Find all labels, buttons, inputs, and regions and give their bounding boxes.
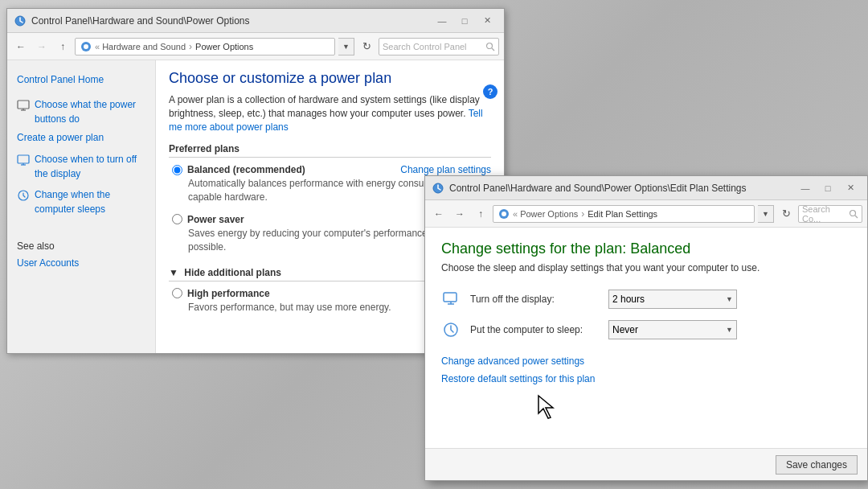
svg-point-14 bbox=[502, 212, 506, 216]
address-bar-2: ← → ↑ « Power Options › Edit Plan Settin… bbox=[425, 200, 867, 228]
w2-subtitle: Choose the sleep and display settings th… bbox=[441, 262, 851, 273]
forward-button-2[interactable]: → bbox=[451, 205, 469, 223]
search-box-1[interactable]: Search Control Panel bbox=[379, 38, 499, 55]
minimize-button-1[interactable]: — bbox=[432, 13, 452, 29]
title-bar-2: Control Panel\Hardware and Sound\Power O… bbox=[425, 176, 867, 200]
search-box-2[interactable]: Search Co... bbox=[798, 205, 862, 223]
close-button-1[interactable]: ✕ bbox=[477, 13, 497, 29]
svg-rect-17 bbox=[444, 293, 457, 302]
content-area-2: Change settings for the plan: Balanced C… bbox=[425, 228, 867, 480]
save-changes-button[interactable]: Save changes bbox=[776, 455, 858, 475]
sidebar-sleep-link[interactable]: Change when the computer sleeps bbox=[35, 187, 145, 216]
up-button-2[interactable]: ↑ bbox=[472, 205, 489, 223]
hide-icon: ▼ bbox=[169, 267, 178, 278]
sidebar-display-link[interactable]: Choose what the power buttons do bbox=[35, 97, 145, 126]
minimize-button-2[interactable]: — bbox=[795, 180, 816, 196]
svg-point-3 bbox=[487, 43, 493, 48]
address-path-1[interactable]: « Hardware and Sound › Power Options bbox=[75, 38, 335, 55]
description-1: A power plan is a collection of hardware… bbox=[169, 93, 491, 134]
plan-balanced-left: Balanced (recommended) bbox=[172, 164, 305, 175]
svg-point-2 bbox=[84, 44, 88, 49]
display-setting-label: Turn off the display: bbox=[470, 294, 599, 305]
display-select-arrow: ▼ bbox=[726, 295, 733, 303]
back-button-2[interactable]: ← bbox=[430, 205, 448, 223]
window-title-1: Control Panel\Hardware and Sound\Power O… bbox=[31, 15, 432, 27]
maximize-button-2[interactable]: □ bbox=[817, 180, 838, 196]
plan-powersaver-left: Power saver bbox=[172, 214, 244, 225]
display-setting-icon bbox=[441, 290, 461, 309]
w2-links: Change advanced power settings Restore d… bbox=[441, 355, 851, 384]
sidebar-item-turnoff[interactable]: Choose when to turn off the display bbox=[7, 150, 155, 183]
display-setting-select[interactable]: 2 hours ▼ bbox=[608, 290, 737, 309]
svg-rect-5 bbox=[18, 101, 29, 109]
address-path-2[interactable]: « Power Options › Edit Plan Settings bbox=[493, 205, 755, 223]
plan-balanced-row: Balanced (recommended) Change plan setti… bbox=[172, 164, 491, 175]
window-controls-2: — □ ✕ bbox=[795, 180, 861, 196]
title-bar-1: Control Panel\Hardware and Sound\Power O… bbox=[7, 9, 504, 33]
user-accounts-link[interactable]: User Accounts bbox=[7, 253, 155, 273]
window-controls-1: — □ ✕ bbox=[432, 13, 497, 29]
address-bar-1: ← → ↑ « Hardware and Sound › Power Optio… bbox=[7, 33, 504, 60]
plan-powersaver-radio[interactable] bbox=[172, 214, 182, 224]
window-title-2: Control Panel\Hardware and Sound\Power O… bbox=[449, 183, 795, 194]
up-button-1[interactable]: ↑ bbox=[54, 38, 72, 55]
sidebar-create-plan[interactable]: Create a power plan bbox=[7, 128, 155, 147]
plan-balanced-radio[interactable] bbox=[172, 165, 182, 175]
monitor-icon bbox=[17, 154, 30, 166]
sleep-icon bbox=[17, 189, 30, 202]
svg-point-15 bbox=[850, 210, 856, 216]
setting-display: Turn off the display: 2 hours ▼ bbox=[441, 290, 851, 309]
window-icon-2 bbox=[432, 182, 444, 195]
page-title-1: Choose or customize a power plan bbox=[169, 70, 491, 87]
window-icon-1 bbox=[14, 14, 27, 27]
sidebar-item-sleep[interactable]: Change when the computer sleeps bbox=[7, 186, 155, 218]
refresh-button-2[interactable]: ↻ bbox=[777, 205, 795, 223]
help-button-1[interactable]: ? bbox=[483, 84, 497, 99]
sleep-setting-value: Never bbox=[612, 324, 638, 335]
plan-powersaver-name: Power saver bbox=[187, 214, 244, 225]
sleep-setting-icon bbox=[441, 320, 461, 339]
setting-sleep: Put the computer to sleep: Never ▼ bbox=[441, 320, 851, 339]
svg-line-4 bbox=[492, 48, 494, 51]
address-dropdown-2[interactable]: ▼ bbox=[758, 205, 774, 223]
preferred-plans-header: Preferred plans bbox=[169, 143, 491, 158]
close-button-2[interactable]: ✕ bbox=[840, 180, 861, 196]
plan-highperf-name: High performance bbox=[187, 288, 270, 299]
advanced-settings-link[interactable]: Change advanced power settings bbox=[441, 355, 851, 367]
maximize-button-1[interactable]: □ bbox=[454, 13, 475, 29]
forward-button-1[interactable]: → bbox=[33, 38, 51, 55]
svg-rect-8 bbox=[18, 155, 29, 163]
display-icon bbox=[17, 99, 30, 112]
sidebar-item-display[interactable]: Choose what the power buttons do bbox=[7, 96, 155, 128]
refresh-button-1[interactable]: ↻ bbox=[358, 38, 375, 55]
plan-balanced-name: Balanced (recommended) bbox=[187, 164, 305, 175]
sidebar-turnoff-link[interactable]: Choose when to turn off the display bbox=[35, 152, 145, 181]
sleep-setting-select[interactable]: Never ▼ bbox=[608, 320, 737, 339]
sidebar-1: Control Panel Home Choose what the power… bbox=[7, 60, 156, 353]
plan-highperf-radio[interactable] bbox=[172, 288, 182, 298]
w2-main-content: Change settings for the plan: Balanced C… bbox=[425, 228, 867, 404]
back-button-1[interactable]: ← bbox=[12, 38, 30, 55]
sleep-select-arrow: ▼ bbox=[726, 326, 733, 334]
see-also-label: See also bbox=[7, 234, 155, 253]
sleep-setting-label: Put the computer to sleep: bbox=[470, 324, 599, 335]
plan-balanced-change[interactable]: Change plan settings bbox=[400, 164, 491, 175]
svg-line-16 bbox=[855, 216, 858, 218]
w2-page-title: Change settings for the plan: Balanced bbox=[441, 240, 851, 257]
display-setting-value: 2 hours bbox=[612, 294, 645, 305]
plan-highperf-left: High performance bbox=[172, 288, 270, 299]
search-placeholder-1: Search Control Panel bbox=[383, 42, 467, 51]
window-edit-plan: Control Panel\Hardware and Sound\Power O… bbox=[424, 175, 868, 481]
restore-defaults-link[interactable]: Restore default settings for this plan bbox=[441, 373, 851, 384]
search-placeholder-2: Search Co... bbox=[802, 204, 845, 224]
sidebar-home[interactable]: Control Panel Home bbox=[7, 70, 155, 89]
address-dropdown-1[interactable]: ▼ bbox=[338, 38, 354, 55]
w2-footer: Save changes bbox=[425, 448, 867, 480]
